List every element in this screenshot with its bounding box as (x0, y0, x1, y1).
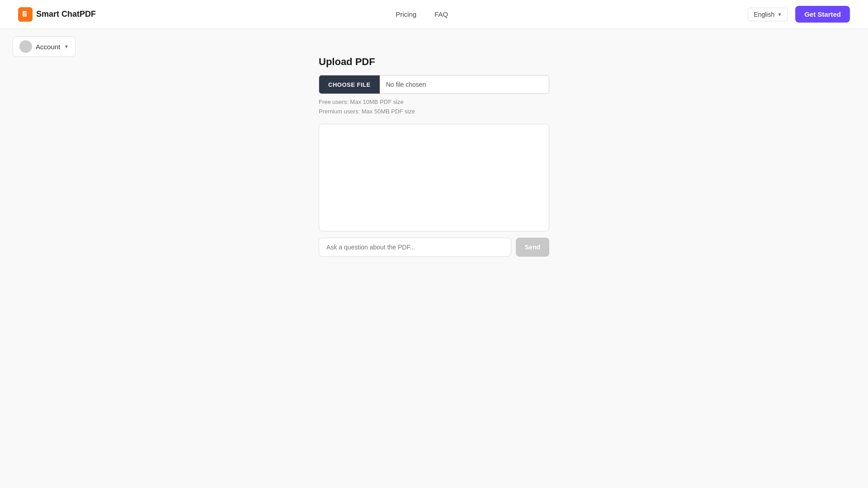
chat-input[interactable] (319, 238, 511, 257)
svg-rect-2 (24, 14, 27, 14)
send-button[interactable]: Send (516, 238, 549, 257)
account-label: Account (36, 43, 60, 51)
upload-section: Upload PDF CHOOSE FILE No file chosen Fr… (319, 56, 549, 257)
svg-rect-3 (24, 14, 26, 15)
language-label: English (754, 11, 774, 18)
svg-rect-1 (24, 12, 27, 13)
chevron-down-icon: ▼ (64, 44, 69, 49)
faq-link[interactable]: FAQ (434, 10, 448, 18)
file-input-row: CHOOSE FILE No file chosen (319, 75, 549, 94)
hint-premium: Premium users: Max 50MB PDF size (319, 107, 549, 117)
upload-title: Upload PDF (319, 56, 549, 68)
language-selector[interactable]: English ▼ (748, 8, 788, 21)
chevron-down-icon: ▼ (777, 12, 782, 17)
hint-free: Free users: Max 10MB PDF size (319, 98, 549, 107)
choose-file-button[interactable]: CHOOSE FILE (319, 75, 380, 94)
account-button[interactable]: Account ▼ (13, 36, 75, 57)
header-actions: English ▼ Get Started (748, 6, 850, 23)
account-area: Account ▼ (13, 36, 75, 57)
main-content: Upload PDF CHOOSE FILE No file chosen Fr… (0, 29, 868, 257)
avatar (19, 40, 32, 53)
brand-name: Smart ChatPDF (36, 9, 96, 19)
get-started-button[interactable]: Get Started (795, 6, 850, 23)
file-hints: Free users: Max 10MB PDF size Premium us… (319, 98, 549, 117)
pdf-preview-area (319, 124, 549, 231)
chat-input-row: Send (319, 238, 549, 257)
file-name-display: No file chosen (380, 75, 549, 94)
logo-icon (18, 7, 33, 22)
main-nav: Pricing FAQ (396, 10, 448, 18)
header: Smart ChatPDF Pricing FAQ English ▼ Get … (0, 0, 868, 29)
pricing-link[interactable]: Pricing (396, 10, 416, 18)
brand-area: Smart ChatPDF (18, 7, 96, 22)
